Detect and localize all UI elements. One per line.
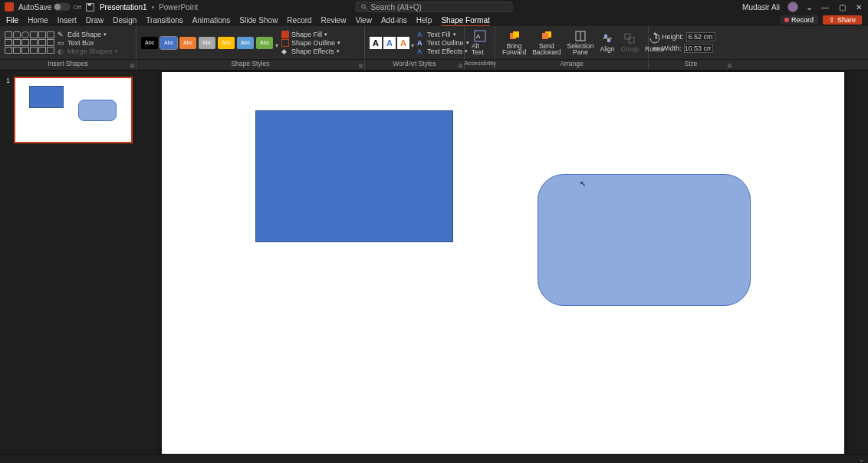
collapse-ribbon-icon[interactable]: ⌄: [859, 455, 865, 463]
slide-canvas-area[interactable]: ↖: [138, 71, 868, 454]
group-insert-shapes: ✎Edit Shape ▾ ▭Text Box ◐Merge Shapes ▾: [0, 26, 136, 59]
shape-outline-button[interactable]: Shape Outline ▾: [281, 39, 340, 47]
autosave-toggle[interactable]: AutoSave Off: [18, 3, 81, 11]
style-swatch-2[interactable]: Abc: [179, 37, 196, 49]
bring-forward-button[interactable]: Bring Forward: [500, 30, 528, 56]
slide-thumbnail-1[interactable]: 1: [14, 77, 132, 143]
label-arrange: Arrange: [495, 60, 649, 70]
dialog-launcher-icon[interactable]: ⧉: [130, 63, 134, 69]
search-icon: [361, 4, 368, 11]
text-outline-icon: A: [417, 39, 425, 47]
dialog-launcher-icon[interactable]: ⧉: [728, 63, 732, 69]
edit-shape-icon: ✎: [58, 31, 65, 38]
style-swatch-1[interactable]: Abc: [160, 37, 177, 49]
selection-pane-button[interactable]: Selection Pane: [565, 30, 597, 56]
text-outline-button[interactable]: AText Outline ▾: [417, 39, 469, 47]
send-backward-button[interactable]: Send Backward: [530, 30, 563, 56]
rectangle-shape[interactable]: [255, 110, 453, 242]
share-icon: ⇪: [829, 16, 835, 24]
tab-record[interactable]: Record: [287, 16, 311, 25]
text-box-button[interactable]: ▭Text Box: [58, 39, 118, 47]
height-control[interactable]: ⇕ Height:: [653, 32, 715, 41]
toggle-switch-icon[interactable]: [54, 3, 71, 11]
tab-file[interactable]: File: [6, 16, 18, 25]
thumb-rectangle-shape: [29, 86, 64, 108]
shape-effects-button[interactable]: ◆Shape Effects ▾: [281, 48, 340, 55]
alt-text-button[interactable]: A Alt Text: [469, 30, 490, 56]
group-accessibility: A Alt Text: [465, 26, 495, 59]
bring-forward-icon: [508, 30, 521, 42]
width-icon: ⇔: [653, 44, 659, 52]
svg-rect-15: [625, 34, 630, 39]
wordart-swatch-0[interactable]: A: [370, 37, 382, 49]
width-input[interactable]: [684, 44, 713, 53]
close-button[interactable]: ✕: [854, 2, 863, 11]
label-wordart-styles: WordArt Styles⧉: [365, 60, 465, 70]
tab-design[interactable]: Design: [113, 16, 136, 25]
width-control[interactable]: ⇔ Width:: [653, 44, 715, 53]
slide-thumbnail-panel[interactable]: 1: [0, 71, 138, 454]
tab-addins[interactable]: Add-ins: [381, 16, 407, 25]
alt-text-icon: A: [474, 30, 486, 42]
wordart-swatch-2[interactable]: A: [397, 37, 409, 49]
user-name[interactable]: Mudasir Ali: [742, 3, 780, 11]
tab-slide-show[interactable]: Slide Show: [239, 16, 278, 25]
text-effects-button[interactable]: AText Effects ▾: [417, 48, 469, 55]
edit-shape-button[interactable]: ✎Edit Shape ▾: [58, 31, 118, 38]
minimize-button[interactable]: —: [820, 2, 830, 11]
maximize-button[interactable]: ▢: [837, 2, 847, 11]
dialog-launcher-icon[interactable]: ⧉: [459, 63, 462, 69]
tab-home[interactable]: Home: [28, 16, 48, 25]
tab-transitions[interactable]: Transitions: [146, 16, 183, 25]
tab-draw[interactable]: Draw: [86, 16, 104, 25]
save-icon[interactable]: [86, 2, 95, 11]
title-bar: AutoSave Off Presentation1 • PowerPoint …: [0, 0, 868, 14]
mouse-cursor-icon: ↖: [580, 179, 586, 188]
svg-rect-14: [607, 39, 610, 42]
text-effects-icon: A: [417, 48, 425, 55]
document-title[interactable]: Presentation1: [100, 3, 147, 11]
style-swatch-3[interactable]: Abc: [199, 37, 215, 49]
slide[interactable]: ↖: [162, 72, 844, 454]
wordart-swatch-1[interactable]: A: [383, 37, 396, 49]
style-swatch-6[interactable]: Abc: [256, 37, 273, 49]
tab-help[interactable]: Help: [416, 16, 432, 25]
shapes-gallery[interactable]: [5, 31, 54, 54]
tab-review[interactable]: Review: [321, 16, 347, 25]
tab-animations[interactable]: Animations: [192, 16, 230, 25]
style-swatch-0[interactable]: Abc: [141, 37, 158, 49]
search-box[interactable]: Search (Alt+Q): [356, 2, 513, 12]
tab-insert[interactable]: Insert: [58, 16, 77, 25]
wordart-gallery[interactable]: A A A ▾: [370, 37, 414, 49]
send-backward-icon: [541, 30, 553, 42]
group-arrange: Bring Forward Send Backward Selection Pa…: [495, 26, 649, 59]
ribbon-tabs: File Home Insert Draw Design Transitions…: [0, 14, 868, 26]
tab-shape-format[interactable]: Shape Format: [441, 16, 489, 25]
shape-style-gallery[interactable]: Abc Abc Abc Abc Abc Abc Abc ▾: [141, 37, 278, 49]
share-button[interactable]: ⇪Share: [823, 15, 862, 25]
dialog-launcher-icon[interactable]: ⧉: [359, 63, 363, 69]
svg-line-3: [365, 8, 367, 10]
ribbon-display-options-icon[interactable]: ⌄: [806, 2, 813, 12]
record-button[interactable]: Record: [780, 15, 818, 25]
user-avatar[interactable]: [787, 2, 798, 12]
tab-view[interactable]: View: [355, 16, 372, 25]
gallery-more-icon[interactable]: ▾: [275, 42, 278, 49]
style-swatch-5[interactable]: Abc: [237, 37, 254, 49]
align-button[interactable]: Align: [597, 32, 616, 53]
style-swatch-4[interactable]: Abc: [218, 37, 235, 49]
gallery-more-icon[interactable]: ▾: [411, 42, 414, 49]
text-fill-button[interactable]: AText Fill ▾: [417, 31, 469, 38]
shape-fill-button[interactable]: Shape Fill ▾: [281, 31, 340, 38]
autosave-state: Off: [73, 4, 81, 11]
thumbnail-preview[interactable]: [14, 77, 133, 143]
search-placeholder: Search (Alt+Q): [371, 3, 422, 11]
rounded-rectangle-shape[interactable]: [538, 174, 751, 306]
status-bar: [0, 454, 868, 463]
text-box-icon: ▭: [58, 39, 65, 47]
effects-icon: ◆: [281, 48, 289, 55]
text-fill-icon: A: [417, 31, 425, 38]
svg-rect-7: [513, 31, 519, 38]
powerpoint-icon: [5, 2, 14, 11]
height-input[interactable]: [686, 32, 715, 41]
